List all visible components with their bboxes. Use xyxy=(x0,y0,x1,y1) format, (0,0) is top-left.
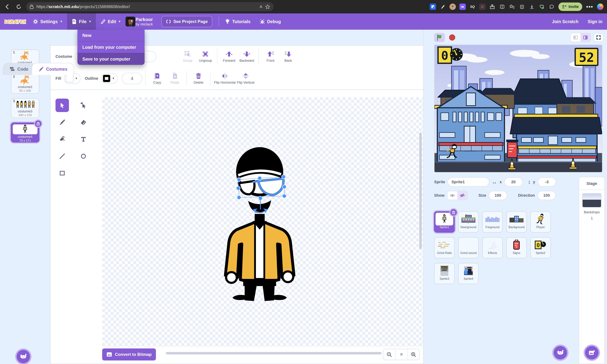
sprite-name-input[interactable] xyxy=(448,177,489,187)
file-menu-load[interactable]: Load from your computer xyxy=(78,41,145,53)
stop-button[interactable] xyxy=(448,33,457,42)
copilot-icon[interactable] xyxy=(597,3,604,10)
paste-button[interactable]: Paste xyxy=(166,71,184,86)
bookmark-star-icon[interactable] xyxy=(265,4,270,9)
menu-sign-in[interactable]: Sign in xyxy=(583,13,607,30)
back-button[interactable]: Back xyxy=(279,49,297,64)
outline-color-picker[interactable]: ▼ xyxy=(101,73,118,84)
brush-tool[interactable] xyxy=(55,116,69,129)
canvas-character[interactable] xyxy=(212,136,307,306)
flip-vertical-button[interactable]: Flip Vertical xyxy=(236,71,255,86)
address-bar[interactable]: https://scratch.mit.edu/projects/1158698… xyxy=(26,2,274,11)
sprite-card-player[interactable]: Player xyxy=(530,211,551,233)
sprite-card-background[interactable]: Background xyxy=(506,211,527,233)
menu-settings[interactable]: Settings▼ xyxy=(28,13,67,30)
costume-card-4-selected[interactable]: 4 costume4 73 x 171 xyxy=(11,123,39,143)
add-sprite-button[interactable] xyxy=(554,346,567,359)
circle-tool[interactable] xyxy=(77,149,90,163)
sq-extension-icon[interactable]: SQ xyxy=(469,3,476,10)
delete-sprite-button[interactable] xyxy=(450,209,457,216)
group-button[interactable]: Group xyxy=(179,49,197,64)
small-stage-button[interactable] xyxy=(571,33,581,42)
sprite-card-sprite1[interactable]: Sprite1 xyxy=(434,211,455,233)
canvas-vertical-scrollbar[interactable] xyxy=(419,132,422,249)
sprite-card-effects[interactable]: Effects xyxy=(482,237,503,258)
browser-menu-ellipsis[interactable]: ••• xyxy=(586,3,594,11)
fullscreen-button[interactable] xyxy=(594,33,604,42)
stage-selector-panel[interactable]: Stage Backdrops 1 xyxy=(579,177,605,364)
add-backdrop-button[interactable] xyxy=(585,346,598,359)
sprite-card-grind-rails[interactable]: Grind Rails xyxy=(434,237,455,258)
browser-reload-button[interactable] xyxy=(15,3,23,11)
zoom-out-button[interactable] xyxy=(383,349,395,360)
delete-button[interactable]: Delete xyxy=(190,71,207,86)
backward-button[interactable]: Backward xyxy=(238,49,256,64)
reader-mode-icon[interactable]: A xyxy=(260,4,262,9)
zoom-in-button[interactable] xyxy=(407,349,419,360)
select-tool[interactable] xyxy=(55,99,69,112)
stage-viewport[interactable]: 0 52 xyxy=(434,45,602,172)
tab-costumes[interactable]: Costumes xyxy=(32,63,74,75)
add-tab-icon[interactable] xyxy=(519,3,525,10)
outline-width-input[interactable] xyxy=(122,73,142,84)
copy-button[interactable]: Copy xyxy=(148,71,166,86)
delete-costume-button[interactable] xyxy=(35,120,41,127)
menu-edit[interactable]: Edit▼ xyxy=(96,13,126,30)
scratch-logo[interactable]: SCRATCH xyxy=(4,17,26,26)
costume-card-3[interactable]: 3 costume3 400 x 218 xyxy=(11,98,39,118)
sprite-card-signs[interactable]: Signs xyxy=(506,237,527,258)
costume-card-2[interactable]: 2 costume2 92 x 106 xyxy=(11,74,39,94)
see-project-page-button[interactable]: See Project Page xyxy=(161,16,212,27)
invite-button[interactable]: Invite xyxy=(558,2,582,11)
forward-button[interactable]: Forward xyxy=(220,49,238,64)
sprite-direction-input[interactable] xyxy=(537,191,556,200)
sprite-x-input[interactable] xyxy=(504,177,523,187)
zoom-reset-button[interactable]: = xyxy=(395,349,407,360)
menu-debug[interactable]: ? Debug xyxy=(255,13,286,30)
extensions-puzzle-icon[interactable] xyxy=(489,3,495,10)
reshape-tool[interactable] xyxy=(77,99,90,112)
menu-file[interactable]: File▼ xyxy=(67,13,96,30)
large-stage-button[interactable] xyxy=(581,33,590,42)
sprite-card-sprite4[interactable]: PARKOOR Sprite4 xyxy=(458,263,479,284)
paint-canvas[interactable] xyxy=(102,97,423,347)
downloads-icon[interactable] xyxy=(529,3,535,10)
show-sprite-button[interactable] xyxy=(447,191,457,200)
tab-code[interactable]: Code xyxy=(3,63,35,75)
sprite-card-nearground[interactable]: Nearground xyxy=(458,211,479,233)
eraser-tool[interactable] xyxy=(77,116,90,129)
front-button[interactable]: Front xyxy=(262,49,279,64)
file-menu-save[interactable]: Save to your computer xyxy=(78,53,145,65)
sprite-card-farground[interactable]: Farground xyxy=(482,211,503,233)
split-screen-icon[interactable] xyxy=(499,3,505,10)
sprite-y-input[interactable] xyxy=(538,177,556,187)
convert-to-bitmap-button[interactable]: Convert to Bitmap xyxy=(102,349,156,361)
flip-horizontal-button[interactable]: Flip Horizontal xyxy=(213,71,236,86)
add-costume-button[interactable] xyxy=(17,350,30,363)
menu-join-scratch[interactable]: Join Scratch xyxy=(547,13,583,30)
rectangle-tool[interactable] xyxy=(55,167,69,180)
pen-extension-icon[interactable] xyxy=(440,3,446,10)
user-avatar[interactable] xyxy=(126,17,135,26)
hide-sprite-button[interactable] xyxy=(457,191,467,200)
backdrop-thumbnail[interactable] xyxy=(582,193,601,208)
ungroup-button[interactable]: Ungroup xyxy=(197,49,214,64)
line-tool[interactable] xyxy=(55,149,69,163)
a-extension-icon[interactable]: A xyxy=(479,3,486,10)
fill-tool[interactable] xyxy=(55,132,69,146)
chat-icon[interactable] xyxy=(549,3,555,10)
green-flag-button[interactable] xyxy=(434,33,445,42)
browser-health-icon[interactable] xyxy=(539,3,545,10)
browser-back-button[interactable] xyxy=(3,3,11,11)
menu-tutorials[interactable]: Tutorials xyxy=(220,13,255,30)
sprite-card-sprite3[interactable]: PARKOOR Sprite3 xyxy=(434,263,455,284)
crown-extension-icon[interactable] xyxy=(459,3,466,10)
collections-icon[interactable] xyxy=(509,3,515,10)
file-menu-new[interactable]: New xyxy=(78,30,145,41)
sprite-card-grind-sound[interactable]: Grind sound xyxy=(458,237,479,258)
text-tool[interactable] xyxy=(77,132,90,146)
sprite-card-sprite2[interactable]: 0 Sprite2 xyxy=(530,237,551,258)
sprite-size-input[interactable] xyxy=(489,191,507,200)
password-extension-icon[interactable] xyxy=(430,3,436,10)
avatar-extension-icon[interactable] xyxy=(449,3,456,10)
